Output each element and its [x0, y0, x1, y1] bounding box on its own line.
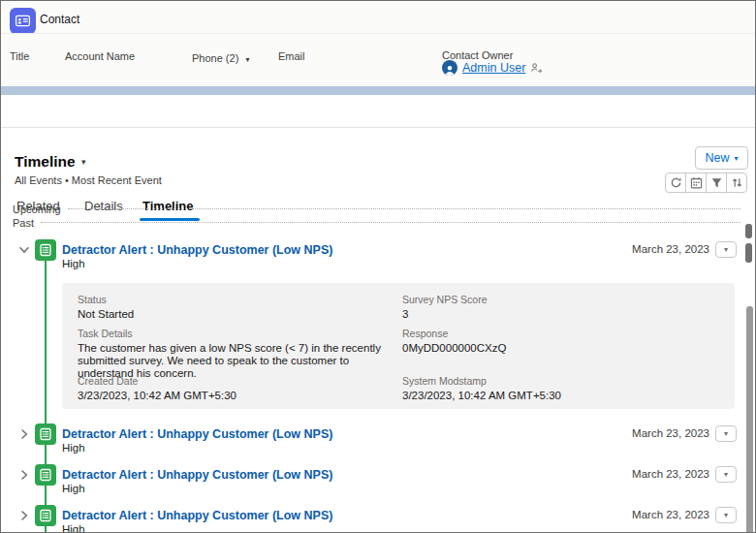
tab-bar-border [1, 127, 755, 128]
timeline-item-title[interactable]: Detractor Alert : Unhappy Customer (Low … [62, 468, 332, 482]
past-section: Past [13, 216, 745, 229]
page-background-strip [1, 86, 755, 95]
phone-dropdown-arrow-icon[interactable]: ▾ [245, 55, 249, 64]
item-actions-button[interactable]: ▾ [715, 425, 737, 442]
response-field: Response 0MyDD000000CXzQ [402, 328, 506, 355]
object-label: Contact [40, 13, 79, 26]
change-owner-icon[interactable] [530, 62, 543, 75]
chevron-right-icon[interactable] [18, 510, 30, 521]
field-label-account-name: Account Name [65, 50, 135, 62]
timeline-heading: Timeline [15, 153, 76, 171]
refresh-icon [670, 176, 682, 189]
upcoming-section: Upcoming [13, 203, 745, 215]
timeline-item-date: March 23, 2023 [632, 243, 709, 255]
new-button[interactable]: New ▾ [695, 146, 748, 170]
tab-bar: Related Details Timeline [1, 95, 755, 128]
timeline-item-date: March 23, 2023 [632, 468, 709, 480]
item-actions-arrow-icon: ▾ [724, 511, 728, 519]
timeline-toolbar [665, 172, 747, 193]
timeline-filter-summary: All Events • Most Recent Event [15, 174, 162, 186]
refresh-button[interactable] [665, 172, 686, 193]
page-scrollbar-thumb[interactable] [746, 306, 753, 533]
chevron-down-icon[interactable] [18, 244, 30, 256]
timeline-item-date: March 23, 2023 [632, 509, 709, 520]
filter-button[interactable] [706, 172, 727, 193]
person-icon [444, 64, 456, 76]
created-date-field: Created Date 3/23/2023, 10:42 AM GMT+5:3… [78, 375, 236, 402]
timeline-item-title[interactable]: Detractor Alert : Unhappy Customer (Low … [62, 243, 332, 257]
task-icon [35, 423, 56, 445]
new-dropdown-arrow-icon: ▾ [735, 154, 739, 163]
status-field: Status Not Started [78, 294, 134, 321]
item-actions-arrow-icon: ▾ [724, 429, 728, 438]
sort-button[interactable] [726, 172, 747, 193]
item-actions-arrow-icon: ▾ [724, 470, 728, 479]
item-actions-button[interactable]: ▾ [715, 507, 737, 523]
upcoming-label: Upcoming [13, 204, 61, 215]
field-label-email: Email [278, 50, 305, 62]
task-details-field: Task Details The customer has given a lo… [78, 328, 390, 380]
timeline-heading-dropdown-icon[interactable]: ▾ [81, 157, 86, 167]
system-modstamp-field: System Modstamp 3/23/2023, 10:42 AM GMT+… [402, 375, 561, 402]
sort-icon [731, 176, 743, 189]
timeline-item-priority: High [62, 442, 85, 454]
owner-avatar [442, 60, 457, 76]
chevron-right-icon[interactable] [18, 428, 30, 440]
header-divider [1, 33, 755, 34]
nps-score-field: Survey NPS Score 3 [402, 294, 488, 321]
timeline-item-title[interactable]: Detractor Alert : Unhappy Customer (Low … [62, 509, 332, 522]
timeline-rail [45, 259, 47, 533]
timeline-item-title[interactable]: Detractor Alert : Unhappy Customer (Low … [62, 427, 332, 441]
past-label: Past [13, 217, 34, 229]
field-label-phone[interactable]: Phone (2) ▾ [192, 52, 249, 64]
item-actions-button[interactable]: ▾ [715, 466, 737, 483]
chevron-right-icon[interactable] [18, 469, 30, 481]
task-icon [35, 239, 56, 261]
timeline-item-priority: High [62, 258, 85, 269]
task-icon [35, 505, 56, 526]
scrollbar-thumb-upper[interactable] [745, 224, 752, 238]
item-actions-button[interactable]: ▾ [715, 241, 737, 258]
calendar-icon [690, 176, 703, 189]
salesforce-contact-page: Contact Title Account Name Phone (2) ▾ E… [0, 0, 756, 533]
expanded-detail-card: Status Not Started Survey NPS Score 3 Ta… [62, 283, 735, 409]
timeline-item-priority: High [62, 483, 85, 494]
field-label-title: Title [10, 50, 29, 62]
datepicker-button[interactable] [685, 172, 707, 193]
timeline-item-priority: High [62, 523, 85, 533]
upcoming-divider [68, 208, 740, 209]
filter-icon [710, 176, 723, 189]
item-actions-arrow-icon: ▾ [724, 245, 728, 254]
task-icon [35, 464, 56, 486]
contact-object-icon [10, 8, 36, 34]
past-divider [41, 222, 740, 223]
owner-link[interactable]: Admin User [462, 61, 525, 75]
scrollbar-thumb-lower[interactable] [745, 243, 752, 263]
timeline-item-date: March 23, 2023 [632, 427, 709, 439]
record-header-card: Contact Title Account Name Phone (2) ▾ E… [1, 1, 755, 86]
contact-owner-value: Admin User [442, 60, 543, 76]
contact-card-icon [15, 13, 31, 29]
